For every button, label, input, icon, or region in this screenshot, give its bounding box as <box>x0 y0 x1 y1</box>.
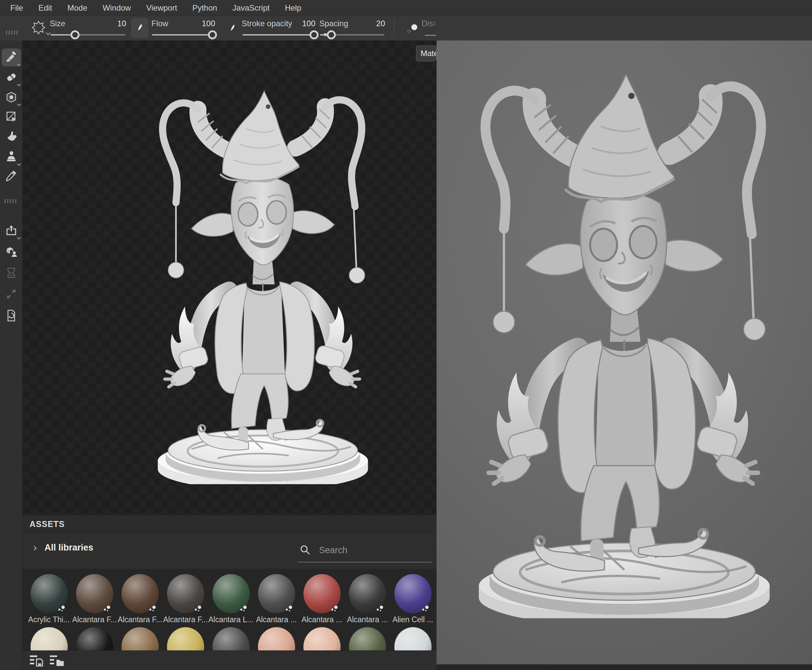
material-type-badge-icon <box>422 605 430 612</box>
material-item[interactable]: Alien Cell ... <box>390 569 436 624</box>
material-type-badge-icon <box>240 605 247 612</box>
menu-item-javascript[interactable]: JavaScript <box>225 3 277 13</box>
menu-item-window[interactable]: Window <box>95 3 139 13</box>
menu-item-viewport[interactable]: Viewport <box>139 3 185 13</box>
spacing-value[interactable]: 20 <box>376 19 385 28</box>
stroke-opacity-value[interactable]: 100 <box>302 19 315 28</box>
material-sphere-thumbnail <box>167 574 204 613</box>
falloff-curve-icon <box>135 23 145 33</box>
toolbar-grip[interactable] <box>6 30 19 34</box>
distance-slider[interactable] <box>425 35 436 36</box>
brush-toolbar: Size10Flow100Stroke opacity100Spacing20 … <box>22 16 812 41</box>
asset-search-input[interactable]: Search <box>298 539 432 562</box>
material-item[interactable]: Alcantara ... <box>299 569 344 624</box>
all-libraries-expander[interactable] <box>32 545 39 552</box>
opacity-falloff-button[interactable] <box>225 20 240 36</box>
material-item[interactable] <box>344 622 390 650</box>
paint-icon <box>5 51 17 63</box>
spacing-label: Spacing <box>319 19 348 28</box>
paint-viewport-canvas[interactable] <box>22 41 437 514</box>
material-item[interactable] <box>72 622 117 650</box>
material-sphere-thumbnail <box>76 574 113 613</box>
clone-stamp-icon <box>5 151 17 163</box>
smudge-tool-button[interactable] <box>2 127 21 145</box>
material-sphere-thumbnail <box>167 627 204 650</box>
assets-panel-header: ASSETS <box>22 515 437 532</box>
material-item[interactable] <box>390 622 436 650</box>
menu-item-python[interactable]: Python <box>185 3 225 13</box>
polygon-fill-tool-button[interactable] <box>2 108 21 125</box>
stroke-opacity-slider-knob[interactable] <box>309 30 319 39</box>
flow-value[interactable]: 100 <box>202 19 215 28</box>
menu-item-file[interactable]: File <box>3 3 31 13</box>
history-tool-button[interactable] <box>2 264 21 282</box>
material-item[interactable]: Alcantara F... <box>72 569 117 624</box>
material-item[interactable]: Alcantara ... <box>254 569 299 624</box>
size-slider-track[interactable] <box>51 34 125 36</box>
material-item[interactable]: Acrylic Thi... <box>26 569 72 624</box>
assets-view-tool-button[interactable] <box>2 243 21 261</box>
polygon-fill-icon <box>5 110 17 122</box>
eraser-icon <box>5 71 17 83</box>
material-sphere-thumbnail <box>303 574 341 613</box>
size-value[interactable]: 10 <box>117 19 126 28</box>
material-sphere-thumbnail <box>76 627 113 650</box>
material-item[interactable] <box>163 622 208 650</box>
tool-sidebar <box>0 41 22 670</box>
clone-stamp-tool-button[interactable] <box>2 148 21 166</box>
material-mode-button[interactable]: Mate <box>416 46 437 61</box>
flow-falloff-button[interactable] <box>131 18 148 38</box>
reference-render-panel <box>437 41 812 664</box>
reload-project-icon <box>5 310 17 321</box>
material-item[interactable] <box>26 622 72 650</box>
menu-item-mode[interactable]: Mode <box>60 3 95 13</box>
history-icon <box>5 267 17 279</box>
stroke-opacity-label: Stroke opacity <box>242 19 292 28</box>
all-libraries-label[interactable]: All libraries <box>44 543 93 553</box>
search-placeholder: Search <box>319 545 348 555</box>
sidebar-grip[interactable] <box>5 199 18 203</box>
size-slider-group: Size10 <box>50 16 126 41</box>
material-item[interactable] <box>299 622 344 650</box>
material-item[interactable]: Alcantara ... <box>344 569 390 624</box>
material-item[interactable] <box>117 622 163 650</box>
brush-shape-button[interactable] <box>32 19 47 36</box>
material-item[interactable] <box>208 622 254 650</box>
size-slider-knob[interactable] <box>70 30 79 39</box>
size-label: Size <box>50 19 65 28</box>
material-picker-tool-button[interactable] <box>2 167 21 184</box>
chevron-down-icon <box>17 235 20 239</box>
eraser-tool-button[interactable] <box>2 68 21 86</box>
save-asset-list-button[interactable] <box>29 655 44 667</box>
reload-project-tool-button[interactable] <box>2 306 21 325</box>
fullscreen-tool-button[interactable] <box>2 285 21 303</box>
paint-tool-button[interactable] <box>2 49 21 66</box>
distance-label: Dista <box>422 19 437 28</box>
fullscreen-icon <box>5 288 17 300</box>
stroke-opacity-slider-group: Stroke opacity100 <box>242 16 315 41</box>
spacing-slider-knob[interactable] <box>327 30 336 39</box>
material-sphere-thumbnail <box>122 627 159 650</box>
material-item[interactable] <box>254 622 299 650</box>
chevron-down-icon <box>17 102 20 106</box>
menu-item-help[interactable]: Help <box>277 3 309 13</box>
material-sphere-thumbnail <box>258 574 295 613</box>
chevron-down-icon <box>17 82 20 86</box>
projection-tool-button[interactable] <box>2 88 21 106</box>
material-sphere-thumbnail <box>394 574 432 613</box>
flow-slider-knob[interactable] <box>208 30 217 39</box>
projection-icon <box>5 91 17 103</box>
material-item[interactable]: Alcantara F... <box>163 569 208 624</box>
folder-asset-list-button[interactable] <box>49 655 64 667</box>
material-item[interactable]: Alcantara F... <box>117 569 163 624</box>
export-tool-button[interactable] <box>2 222 21 240</box>
menu-item-edit[interactable]: Edit <box>31 3 60 13</box>
assets-title: ASSETS <box>30 519 65 529</box>
falloff-curve-icon <box>228 24 237 33</box>
material-type-badge-icon <box>331 605 339 612</box>
material-item[interactable]: Alcantara L... <box>208 569 254 624</box>
scatter-icon[interactable] <box>404 20 420 37</box>
stroke-opacity-slider-track[interactable] <box>242 34 315 36</box>
flow-slider-track[interactable] <box>152 34 214 36</box>
flow-label: Flow <box>151 19 168 28</box>
